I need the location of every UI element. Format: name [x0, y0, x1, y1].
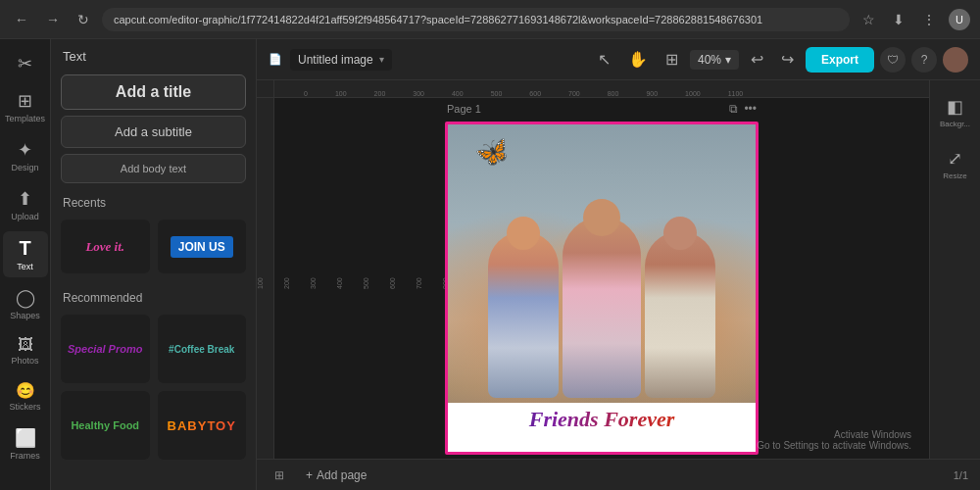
shield-icon[interactable]: 🛡 [880, 47, 906, 73]
ruler-tick-1000: 1000 [685, 90, 701, 97]
sidebar-item-upload[interactable]: ⬆ Upload [3, 182, 48, 227]
recommended-section-title: Recommended [51, 281, 256, 311]
sidebar-item-photos[interactable]: 🖼 Photos [3, 330, 48, 371]
resize-icon: ⤢ [948, 148, 962, 170]
page-copy-button[interactable]: ⧉ [729, 102, 738, 116]
ruler-tick-500: 500 [491, 90, 503, 97]
export-button[interactable]: Export [806, 47, 874, 73]
page-actions: ⧉ ••• [729, 102, 757, 116]
rec-special-promo-text: Special Promo [68, 343, 142, 355]
sidebar-item-design[interactable]: ✦ Design [3, 133, 48, 178]
page-grid-button[interactable]: ⊞ [269, 466, 290, 485]
ruler-horizontal: 0 100 200 300 400 500 600 700 800 900 10… [274, 80, 929, 98]
hand-tool-button[interactable]: ✋ [622, 47, 654, 72]
resize-tool[interactable]: ⤢ Resize [933, 142, 978, 186]
sidebar-item-frames[interactable]: ⬜ Frames [3, 421, 48, 466]
rec-card-baby-toy[interactable]: BABYTOY [158, 391, 247, 460]
back-button[interactable]: ← [10, 10, 33, 29]
ruler-tick-1100: 1100 [728, 90, 744, 97]
rec-card-special-promo[interactable]: Special Promo [61, 315, 150, 383]
page-label-row: Page 1 ⧉ ••• [445, 102, 759, 116]
frames-label: Frames [10, 451, 40, 461]
canvas-main[interactable]: Page 1 ⧉ ••• 🦋 [274, 98, 929, 459]
vruler-500: 500 [363, 277, 369, 289]
ruler-tick-100: 100 [335, 90, 347, 97]
icon-sidebar: ✂ ⊞ Templates ✦ Design ⬆ Upload T Text ◯… [0, 39, 51, 490]
ruler-tick-300: 300 [413, 90, 424, 97]
background-label: Backgr... [940, 120, 970, 128]
person-left [488, 231, 559, 398]
vruler-100: 100 [257, 277, 264, 289]
templates-label: Templates [5, 114, 45, 123]
sidebar-item-templates[interactable]: ⊞ Templates [3, 84, 48, 129]
user-avatar[interactable] [943, 47, 968, 73]
photos-label: Photos [11, 356, 38, 366]
url-bar[interactable] [102, 8, 850, 31]
bottom-bar: ⊞ + Add page 1/1 [257, 459, 980, 490]
recent-love-text: Love it. [85, 239, 124, 255]
zoom-control[interactable]: 40% ▾ [690, 50, 739, 70]
stickers-label: Stickers [9, 402, 40, 412]
cursor-tool-button[interactable]: ↖ [592, 47, 616, 72]
stickers-icon: 😊 [16, 381, 35, 400]
help-icon[interactable]: ? [911, 47, 937, 73]
text-icon: T [19, 237, 30, 260]
vruler-200: 200 [283, 277, 290, 289]
layout-tool-button[interactable]: ⊞ [660, 47, 684, 72]
recent-card-love-it[interactable]: Love it. [61, 220, 150, 273]
browser-menu-icon[interactable]: ⋮ [917, 10, 941, 29]
photos-icon: 🖼 [18, 336, 33, 354]
add-subtitle-button[interactable]: Add a subtitle [61, 116, 246, 148]
person-right [645, 231, 715, 398]
canvas-content: 0 100 200 300 400 500 600 700 800 900 10… [257, 80, 980, 459]
rec-card-healthy-food[interactable]: Healthy Food [61, 391, 150, 460]
ruler-tick-700: 700 [568, 90, 580, 97]
ruler-tick-200: 200 [374, 90, 386, 97]
logo-icon: ✂ [18, 53, 32, 74]
undo-button[interactable]: ↩ [745, 47, 769, 72]
refresh-button[interactable]: ↻ [73, 10, 94, 29]
vruler-300: 300 [310, 277, 317, 289]
app-logo-icon: 📄 [269, 53, 282, 66]
recents-section-title: Recents [51, 186, 256, 216]
design-icon: ✦ [18, 139, 32, 161]
friends-forever-text: Friends Forever [448, 407, 756, 432]
recent-card-join-us[interactable]: JOIN US [158, 220, 247, 273]
recommended-grid: Special Promo #Coffee Break Healthy Food… [51, 311, 256, 467]
rec-card-coffee-break[interactable]: #Coffee Break [158, 315, 247, 383]
browser-avatar[interactable]: U [949, 9, 970, 30]
design-label: Design [11, 163, 38, 172]
ruler-tick-800: 800 [608, 90, 619, 97]
ruler-row: 0 100 200 300 400 500 600 700 800 900 10… [257, 80, 929, 98]
ruler-vertical: 100 200 300 400 500 600 700 800 900 1000 [257, 98, 274, 459]
page-canvas[interactable]: 🦋 [445, 122, 759, 455]
background-tool[interactable]: ◧ Backgr... [933, 90, 978, 134]
canvas-viewport: 0 100 200 300 400 500 600 700 800 900 10… [257, 80, 929, 459]
recent-join-text: JOIN US [171, 236, 233, 258]
sidebar-item-shapes[interactable]: ◯ Shapes [3, 281, 48, 326]
add-title-button[interactable]: Add a title [61, 74, 246, 110]
canvas-scroll-area: 100 200 300 400 500 600 700 800 900 1000 [257, 98, 929, 459]
canvas-area: 📄 Untitled image ▾ ↖ ✋ ⊞ 40% ▾ ↩ ↪ Expor… [257, 39, 980, 490]
add-body-text-button[interactable]: Add body text [61, 154, 246, 183]
head-right [663, 217, 697, 250]
head-middle [583, 199, 620, 236]
doc-title-chevron-icon: ▾ [379, 54, 384, 65]
sidebar-item-stickers[interactable]: 😊 Stickers [3, 375, 48, 417]
add-page-button[interactable]: + Add page [298, 466, 374, 485]
browser-topbar: ← → ↻ ☆ ⬇ ⋮ U [0, 0, 980, 39]
background-icon: ◧ [947, 96, 963, 118]
doc-title-area[interactable]: Untitled image ▾ [290, 49, 392, 71]
bookmark-icon[interactable]: ☆ [858, 10, 880, 29]
sidebar-item-text[interactable]: T Text [3, 231, 48, 277]
ruler-corner [257, 80, 274, 98]
page-more-button[interactable]: ••• [744, 102, 757, 116]
download-icon[interactable]: ⬇ [888, 10, 909, 29]
forward-button[interactable]: → [41, 10, 65, 29]
ruler-tick-900: 900 [646, 90, 658, 97]
add-page-label: Add page [317, 468, 367, 482]
sidebar-item-logo[interactable]: ✂ [3, 47, 48, 80]
redo-button[interactable]: ↪ [775, 47, 800, 72]
page-label: Page 1 [447, 103, 481, 115]
shapes-icon: ◯ [16, 287, 35, 309]
